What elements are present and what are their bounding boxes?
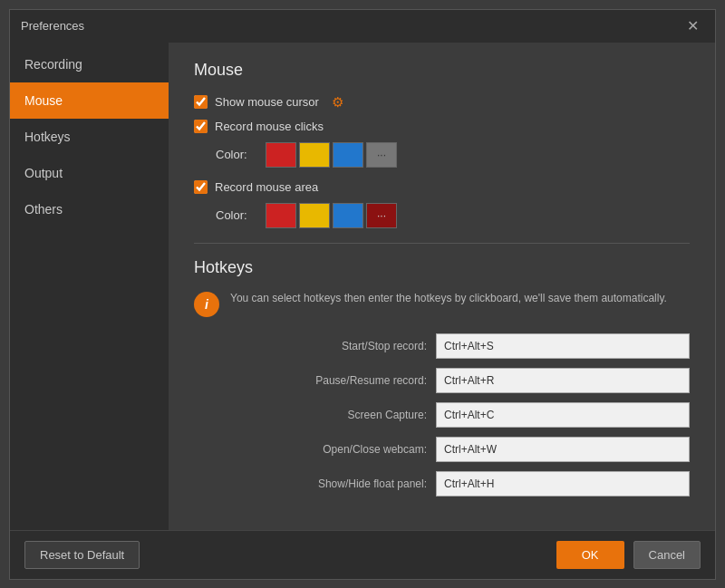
show-cursor-checkbox[interactable] (194, 95, 208, 109)
footer-right: OK Cancel (556, 541, 701, 569)
cancel-button[interactable]: Cancel (633, 541, 701, 569)
hotkey-row-webcam: Open/Close webcam: (194, 437, 690, 462)
hotkey-row-pause-resume: Pause/Resume record: (194, 368, 690, 393)
area-color-red[interactable] (266, 203, 296, 228)
content-area: Mouse Show mouse cursor ⚙ Record mouse c… (169, 43, 715, 530)
sidebar-item-others[interactable]: Others (10, 191, 169, 227)
record-clicks-wrapper: Record mouse clicks (194, 120, 324, 133)
clicks-color-red[interactable] (266, 142, 296, 168)
record-clicks-checkbox[interactable] (194, 120, 208, 133)
sidebar-item-output[interactable]: Output (10, 155, 169, 191)
mouse-section-title: Mouse (194, 61, 690, 80)
clicks-color-blue[interactable] (333, 142, 363, 168)
info-box: i You can select hotkeys then enter the … (194, 290, 690, 317)
clicks-color-yellow[interactable] (299, 142, 330, 168)
hotkey-input-start-stop[interactable] (436, 333, 690, 359)
show-cursor-label: Show mouse cursor (215, 95, 319, 109)
preferences-dialog: Preferences ✕ Recording Mouse Hotkeys Ou… (9, 9, 716, 580)
reset-button[interactable]: Reset to Default (24, 541, 140, 569)
hotkey-label-screen-capture: Screen Capture: (264, 409, 427, 421)
sidebar: Recording Mouse Hotkeys Output Others (10, 43, 169, 530)
area-color-blue[interactable] (333, 203, 363, 228)
record-area-wrapper: Record mouse area (194, 180, 318, 194)
hotkey-row-float-panel: Show/Hide float panel: (194, 471, 690, 496)
record-area-label: Record mouse area (215, 180, 318, 194)
titlebar: Preferences ✕ (10, 10, 715, 43)
hotkey-input-webcam[interactable] (436, 437, 690, 462)
sidebar-label-hotkeys: Hotkeys (24, 130, 71, 144)
hotkey-label-webcam: Open/Close webcam: (264, 443, 427, 456)
sidebar-item-recording[interactable]: Recording (10, 46, 169, 82)
show-cursor-row: Show mouse cursor ⚙ (194, 94, 690, 111)
section-divider (194, 243, 690, 244)
hotkeys-section-title: Hotkeys (194, 258, 690, 277)
show-cursor-wrapper: Show mouse cursor ⚙ (194, 94, 343, 111)
sidebar-label-output: Output (24, 166, 63, 180)
clicks-color-label: Color: (216, 148, 256, 161)
sidebar-label-others: Others (24, 202, 63, 217)
area-color-label: Color: (216, 208, 256, 222)
info-icon: i (194, 292, 219, 317)
gear-icon[interactable]: ⚙ (332, 94, 343, 111)
hotkey-label-pause-resume: Pause/Resume record: (264, 374, 427, 387)
hotkey-label-float-panel: Show/Hide float panel: (264, 477, 427, 490)
area-color-more[interactable]: ··· (366, 203, 397, 228)
hotkey-input-pause-resume[interactable] (436, 368, 690, 393)
sidebar-label-recording: Recording (24, 57, 82, 72)
record-clicks-row: Record mouse clicks (194, 120, 690, 133)
main-area: Recording Mouse Hotkeys Output Others Mo… (10, 43, 715, 530)
info-text: You can select hotkeys then enter the ho… (230, 290, 667, 306)
clicks-color-more[interactable]: ··· (366, 142, 397, 168)
hotkey-label-start-stop: Start/Stop record: (264, 340, 427, 352)
record-area-row: Record mouse area (194, 180, 690, 194)
area-color-row: Color: ··· (216, 203, 690, 228)
ok-button[interactable]: OK (556, 541, 624, 569)
footer: Reset to Default OK Cancel (10, 530, 715, 579)
dialog-title: Preferences (21, 19, 84, 33)
hotkey-row-start-stop: Start/Stop record: (194, 333, 690, 359)
area-color-yellow[interactable] (299, 203, 330, 228)
sidebar-item-mouse[interactable]: Mouse (10, 82, 169, 119)
clicks-color-row: Color: ··· (216, 142, 690, 168)
hotkey-input-screen-capture[interactable] (436, 402, 690, 428)
close-button[interactable]: ✕ (682, 15, 704, 37)
hotkey-input-float-panel[interactable] (436, 471, 690, 496)
sidebar-label-mouse: Mouse (24, 93, 63, 108)
record-area-checkbox[interactable] (194, 180, 208, 194)
hotkey-row-screen-capture: Screen Capture: (194, 402, 690, 428)
sidebar-item-hotkeys[interactable]: Hotkeys (10, 119, 169, 155)
record-clicks-label: Record mouse clicks (215, 120, 324, 133)
